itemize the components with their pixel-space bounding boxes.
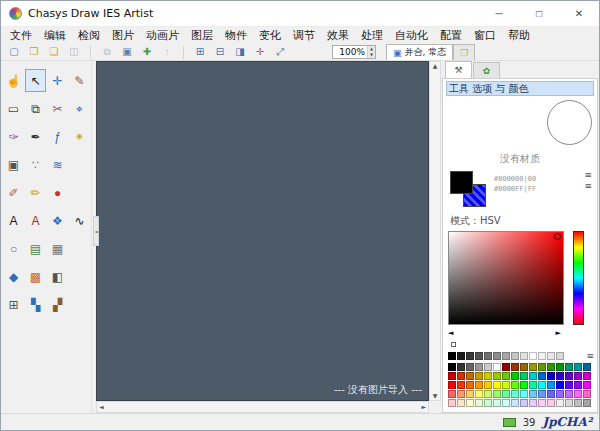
palette-swatch[interactable] (493, 399, 501, 407)
palette-swatch[interactable] (475, 372, 483, 380)
zoom-control[interactable]: 100% ▲ ▼ (332, 45, 376, 59)
spinner-down-icon[interactable]: ▼ (368, 52, 375, 58)
menu-item-6[interactable]: 图层 (185, 27, 219, 44)
curve-tool[interactable]: ∿ (69, 209, 90, 232)
palette-swatch[interactable] (466, 372, 474, 380)
open-special-button[interactable]: ❏ (44, 45, 64, 60)
tile-view-button[interactable]: ⊟ (210, 45, 230, 60)
grayscale-swatch[interactable] (493, 352, 501, 360)
fill-tool[interactable]: ◆ (3, 265, 24, 288)
palette-swatch[interactable] (565, 363, 573, 371)
palette-swatch[interactable] (520, 390, 528, 398)
palette-swatch[interactable] (556, 381, 564, 389)
grayscale-swatch[interactable] (484, 352, 492, 360)
palette-swatch[interactable] (448, 399, 456, 407)
close-button[interactable]: ✕ (559, 1, 599, 26)
swatch-menu-icon[interactable]: ≡ (586, 352, 594, 360)
palette-swatch[interactable] (529, 372, 537, 380)
palette-swatch[interactable] (448, 363, 456, 371)
palette-swatch[interactable] (547, 381, 555, 389)
palette-swatch[interactable] (511, 363, 519, 371)
palette-swatch[interactable] (583, 363, 591, 371)
save-button[interactable]: ◫ (64, 45, 84, 60)
frame-tool[interactable]: ▤ (25, 237, 46, 260)
palette-swatch[interactable] (529, 390, 537, 398)
palette-swatch[interactable] (466, 363, 474, 371)
palette-swatch[interactable] (529, 381, 537, 389)
text-art-tool[interactable]: A (25, 209, 46, 232)
palette-swatch[interactable] (448, 372, 456, 380)
palette-tool[interactable]: ▩ (25, 265, 46, 288)
palette-swatch[interactable] (520, 399, 528, 407)
grid-tool[interactable]: ⊞ (3, 293, 24, 316)
marker-right-icon[interactable]: ► (555, 329, 560, 337)
grayscale-swatch[interactable] (502, 352, 510, 360)
palette-swatch[interactable] (538, 372, 546, 380)
palette-swatch[interactable] (547, 399, 555, 407)
palette-swatch[interactable] (565, 399, 573, 407)
palette-swatch[interactable] (565, 381, 573, 389)
scroll-down-icon[interactable]: ▼ (433, 393, 438, 399)
palette-swatch[interactable] (565, 372, 573, 380)
palette-swatch[interactable] (547, 390, 555, 398)
palette-swatch[interactable] (502, 372, 510, 380)
palette-swatch[interactable] (529, 399, 537, 407)
hand-tool[interactable]: ☝ (3, 69, 24, 92)
palette-swatch[interactable] (556, 390, 564, 398)
grayscale-swatch[interactable] (466, 352, 474, 360)
panel-tab-tools[interactable]: ⚒ (445, 61, 472, 78)
palette-swatch[interactable] (466, 381, 474, 389)
palette-swatch[interactable] (511, 399, 519, 407)
background-menu-icon[interactable]: ≡ (584, 182, 592, 190)
sphere-tool[interactable]: ● (47, 181, 68, 204)
scroll-right-icon[interactable]: ► (421, 404, 426, 410)
menu-item-15[interactable]: 帮助 (502, 27, 536, 44)
palette-swatch[interactable] (556, 372, 564, 380)
palette-swatch[interactable] (574, 381, 582, 389)
horizontal-scrollbar[interactable]: ◄ ► (96, 401, 429, 413)
menu-item-10[interactable]: 效果 (321, 27, 355, 44)
clone-tool[interactable]: ▣ (3, 153, 24, 176)
lasso-tool[interactable]: ✂ (47, 97, 68, 120)
menu-item-1[interactable]: 文件 (4, 27, 38, 44)
color-mode-selector[interactable]: 模式：HSV (446, 214, 594, 228)
palette-swatch[interactable] (574, 372, 582, 380)
palette-swatch[interactable] (484, 390, 492, 398)
grayscale-swatch[interactable] (448, 352, 456, 360)
menu-item-8[interactable]: 变化 (253, 27, 287, 44)
grayscale-swatch[interactable] (529, 352, 537, 360)
saturation-value-gradient[interactable] (448, 231, 564, 325)
palette-swatch[interactable] (475, 363, 483, 371)
doc-tab-merged[interactable]: ▣并合, 常态 (386, 44, 453, 60)
palette-swatch[interactable] (520, 381, 528, 389)
palette-swatch[interactable] (475, 399, 483, 407)
palette-swatch[interactable] (457, 363, 465, 371)
palette-swatch[interactable] (457, 399, 465, 407)
ellipse-tool[interactable]: ○ (3, 237, 24, 260)
palette-swatch[interactable] (484, 372, 492, 380)
pen-tool[interactable]: ✒ (25, 125, 46, 148)
grayscale-swatch[interactable] (556, 352, 564, 360)
minimize-button[interactable]: ─ (479, 1, 519, 26)
foreground-color-swatch[interactable] (450, 171, 473, 194)
text-tool[interactable]: A (3, 209, 24, 232)
maximize-button[interactable]: □ (519, 1, 559, 26)
palette-swatch[interactable] (511, 372, 519, 380)
shapes-tool[interactable]: ❖ (47, 209, 68, 232)
palette-swatch[interactable] (538, 363, 546, 371)
menu-item-7[interactable]: 物件 (219, 27, 253, 44)
palette-swatch[interactable] (574, 390, 582, 398)
palette-swatch[interactable] (547, 363, 555, 371)
grayscale-swatch[interactable] (475, 352, 483, 360)
palette-swatch[interactable] (484, 381, 492, 389)
grayscale-swatch[interactable] (538, 352, 546, 360)
palette-swatch[interactable] (529, 363, 537, 371)
grayscale-swatch[interactable] (511, 352, 519, 360)
palette-swatch[interactable] (475, 390, 483, 398)
marquee-tool[interactable]: ▭ (3, 97, 24, 120)
palette-swatch[interactable] (583, 390, 591, 398)
airbrush-tool[interactable]: ∵ (25, 153, 46, 176)
palette-swatch[interactable] (574, 363, 582, 371)
canvas[interactable]: ◄ --- 没有图片导入 --- (96, 61, 429, 401)
menu-item-2[interactable]: 编辑 (38, 27, 72, 44)
